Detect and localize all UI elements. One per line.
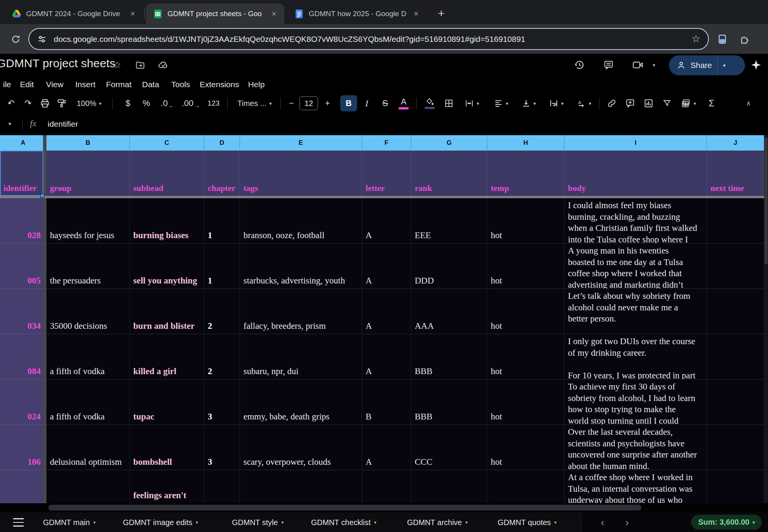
column-header-C[interactable]: C <box>130 135 204 151</box>
document-title[interactable]: GDMNT project sheets <box>0 57 116 70</box>
column-header-G[interactable]: G <box>411 135 487 151</box>
menu-extensions[interactable]: Extensions <box>197 79 242 90</box>
cell-D7[interactable]: 3 <box>204 425 240 470</box>
cell-A6[interactable]: 024 <box>0 380 43 425</box>
sheet-tab-gdmnt-quotes[interactable]: GDMNT quotes▾ <box>498 515 557 529</box>
zoom-select[interactable]: 100% ▾ <box>72 95 106 111</box>
cell-A2[interactable]: 028 <box>0 198 43 244</box>
cell-G1[interactable]: rank <box>411 151 487 196</box>
cell-F1[interactable]: letter <box>362 151 411 196</box>
cell-H1[interactable]: temp <box>487 151 564 196</box>
sheet-tab-caret-icon[interactable]: ▾ <box>554 520 557 525</box>
cell-F8[interactable] <box>362 470 411 503</box>
cell-E1[interactable]: tags <box>240 151 362 196</box>
cell-D2[interactable]: 1 <box>204 198 240 244</box>
decrease-decimal-icon[interactable]: .0 ← <box>157 95 178 111</box>
undo-icon[interactable]: ↶ <box>3 95 19 111</box>
format-currency-icon[interactable]: $ <box>120 95 136 111</box>
cell-C1[interactable]: subhead <box>130 151 204 196</box>
column-header-B[interactable]: B <box>46 135 130 151</box>
next-sheet-icon[interactable]: › <box>621 516 634 529</box>
cell-A1[interactable]: identifier <box>0 151 43 196</box>
cell-D1[interactable]: chapter <box>204 151 240 196</box>
cloud-saved-icon[interactable] <box>157 58 170 71</box>
font-size-input[interactable]: 12 <box>300 95 318 111</box>
frozen-column-divider[interactable] <box>43 135 46 503</box>
sheet-tab-gdmnt-checklist[interactable]: GDMNT checklist▾ <box>311 515 376 529</box>
collapse-toolbar-icon[interactable]: ∧ <box>740 95 756 111</box>
cell-J4[interactable] <box>707 289 764 334</box>
cell-G2[interactable]: EEE <box>411 198 487 244</box>
cell-G8[interactable] <box>411 470 487 503</box>
browser-tab[interactable]: GDMNT how 2025 - Google D× <box>287 3 426 24</box>
cell-J7[interactable] <box>707 425 764 470</box>
cell-J8[interactable] <box>707 470 764 503</box>
cell-J3[interactable] <box>707 244 764 289</box>
increase-font-size-icon[interactable]: + <box>319 95 336 111</box>
column-header-J[interactable]: J <box>707 135 764 151</box>
cell-G5[interactable]: BBB <box>411 334 487 380</box>
frozen-row-divider[interactable] <box>0 196 764 198</box>
column-header-D[interactable]: D <box>204 135 240 151</box>
fill-handle[interactable] <box>40 194 45 198</box>
cell-G3[interactable]: DDD <box>411 244 487 289</box>
cell-C2[interactable]: burning biases <box>130 198 204 244</box>
cell-B8[interactable] <box>46 470 130 503</box>
menu-edit[interactable]: Edit <box>18 79 36 90</box>
bookmark-star-icon[interactable]: ☆ <box>692 33 700 45</box>
cell-J5[interactable] <box>707 334 764 380</box>
cell-I3[interactable]: A young man in his twenties boasted to m… <box>564 244 707 289</box>
cell-B1[interactable]: group <box>46 151 130 196</box>
menu-format[interactable]: Format <box>104 79 134 90</box>
sheet-tab-caret-icon[interactable]: ▾ <box>93 520 96 525</box>
italic-button[interactable]: I <box>359 95 375 111</box>
comment-history-icon[interactable] <box>602 58 615 71</box>
insert-link-icon[interactable] <box>604 95 620 111</box>
cell-A8[interactable]: 057 <box>0 470 43 503</box>
sheet-tab-caret-icon[interactable]: ▾ <box>196 520 198 525</box>
cell-I4[interactable]: Let’s talk about why sobriety from alcoh… <box>564 289 707 334</box>
url-bar[interactable]: docs.google.com/spreadsheets/d/1WJNTj0jZ… <box>28 28 709 50</box>
tab-close-icon[interactable]: × <box>269 9 279 19</box>
format-percent-icon[interactable]: % <box>138 95 154 111</box>
cell-H8[interactable] <box>487 470 564 503</box>
sheet-tab-gdmnt-style[interactable]: GDMNT style▾ <box>232 515 284 529</box>
side-panel-icon[interactable] <box>715 32 730 46</box>
cell-C3[interactable]: sell you anything <box>130 244 204 289</box>
cell-B4[interactable]: 35000 decisions <box>46 289 130 334</box>
menu-help[interactable]: Help <box>246 79 267 90</box>
cell-H4[interactable]: hot <box>487 289 564 334</box>
cell-J6[interactable] <box>707 380 764 425</box>
camera-dropdown-caret-icon[interactable]: ▾ <box>650 58 658 71</box>
horizontal-align-icon[interactable]: ▾ <box>488 95 514 111</box>
functions-sigma-icon[interactable]: Σ <box>703 95 720 111</box>
cell-J1[interactable]: next time <box>707 151 764 196</box>
cell-F7[interactable]: A <box>362 425 411 470</box>
column-header-H[interactable]: H <box>487 135 564 151</box>
column-header-F[interactable]: F <box>362 135 411 151</box>
strikethrough-button[interactable]: S <box>377 95 393 111</box>
paint-format-icon[interactable] <box>54 95 70 111</box>
text-wrap-icon[interactable]: ▾ <box>544 95 569 111</box>
merge-cells-icon[interactable]: ▾ <box>459 95 485 111</box>
sheet-tab-gdmnt-main[interactable]: GDMNT main▾ <box>43 515 96 529</box>
cell-F4[interactable]: A <box>362 289 411 334</box>
menu-ile[interactable]: ile <box>1 79 13 90</box>
formula-input[interactable]: identifier <box>48 119 78 129</box>
cell-C6[interactable]: tupac <box>130 380 204 425</box>
vertical-scrollbar-thumb[interactable] <box>765 138 768 264</box>
cell-H7[interactable]: hot <box>487 425 564 470</box>
menu-view[interactable]: View <box>44 79 66 90</box>
cell-G7[interactable]: CCC <box>411 425 487 470</box>
name-box-caret-icon[interactable]: ▾ <box>8 121 11 127</box>
cell-D4[interactable]: 2 <box>204 289 240 334</box>
print-icon[interactable] <box>37 95 53 111</box>
cell-D3[interactable]: 1 <box>204 244 240 289</box>
url-text[interactable]: docs.google.com/spreadsheets/d/1WJNTj0jZ… <box>54 35 692 44</box>
star-document-icon[interactable]: ☆ <box>111 58 124 71</box>
cell-C4[interactable]: burn and blister <box>130 289 204 334</box>
cell-E7[interactable]: scary, overpower, clouds <box>240 425 362 470</box>
cell-B3[interactable]: the persuaders <box>46 244 130 289</box>
meet-camera-icon[interactable] <box>631 58 644 71</box>
cell-E8[interactable] <box>240 470 362 503</box>
